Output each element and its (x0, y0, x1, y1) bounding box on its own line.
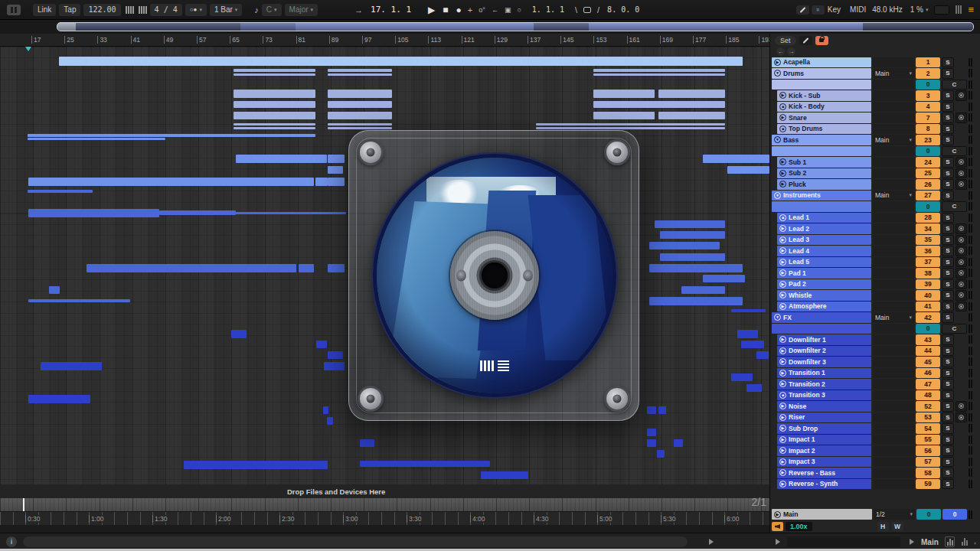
arrangement-clip[interactable] (674, 439, 683, 447)
next-arrow-button[interactable]: → (787, 47, 795, 56)
crossfade-button[interactable]: C (942, 324, 967, 334)
arrangement-clip[interactable] (647, 406, 656, 414)
track-number-box[interactable]: 59 (916, 479, 940, 490)
main-track-row[interactable]: ▶ Main 1/2▾ 0 0 (770, 508, 980, 520)
arrangement-clip[interactable] (741, 341, 764, 348)
main-play-icon[interactable] (910, 539, 914, 545)
arrangement-clip[interactable] (731, 309, 766, 312)
track-play-icon[interactable]: ▶ (779, 380, 786, 387)
track-play-icon[interactable]: ▶ (779, 403, 786, 409)
arrangement-clip[interactable] (41, 362, 102, 370)
solo-button[interactable]: S (942, 302, 954, 312)
arrangement-clip[interactable] (756, 351, 769, 359)
solo-button[interactable]: S (942, 135, 954, 145)
scale-note-icon[interactable]: ♪ (254, 5, 259, 15)
track-number-box[interactable]: 40 (916, 290, 940, 301)
track-play-icon[interactable]: ▶ (779, 236, 786, 243)
track-number-box[interactable]: 37 (916, 257, 940, 268)
width-button[interactable]: W (892, 522, 903, 531)
arrangement-clip[interactable] (593, 101, 725, 108)
track-play-icon[interactable]: ▶ (774, 59, 781, 66)
arrangement-clip[interactable] (660, 231, 725, 239)
track-play-icon[interactable]: ▶ (779, 269, 786, 276)
solo-button[interactable]: S (942, 479, 954, 490)
track-name-snare[interactable]: ▶Snare (777, 112, 871, 123)
prev-arrow-button[interactable]: ← (776, 47, 785, 56)
solo-button[interactable]: S (942, 102, 954, 112)
stop-button[interactable]: ■ (443, 5, 448, 15)
track-name-impact-1[interactable]: ▶Impact 1 (777, 435, 871, 445)
drop-zone[interactable]: Drop Files and Devices Here (0, 484, 769, 498)
eq-dropdown-icon[interactable]: ▾ (974, 540, 976, 546)
track-row[interactable]: ▾InstrumentsMain▾27S (770, 190, 980, 201)
arrangement-clip[interactable] (328, 155, 345, 163)
track-name-whistle[interactable]: ▶Whistle (777, 290, 871, 301)
track-name-transition-1[interactable]: ▶Transition 1 (777, 368, 871, 379)
solo-button[interactable]: S (942, 334, 954, 345)
new-button[interactable]: + (468, 5, 472, 15)
solo-button[interactable]: S (942, 157, 954, 168)
track-row[interactable]: ▶Sub Drop54S (770, 423, 980, 435)
track-name-reverse-bass[interactable]: ▶Reverse - Bass (777, 468, 871, 478)
track-play-icon[interactable]: ▶ (779, 92, 786, 99)
arrangement-clip[interactable] (593, 112, 655, 119)
track-name-kick-sub[interactable]: ▶Kick - Sub (777, 90, 871, 101)
arrangement-clip[interactable] (593, 73, 725, 76)
track-play-icon[interactable]: ▶ (779, 292, 786, 298)
nudge-down-icon[interactable] (126, 6, 134, 14)
arrangement-clip[interactable] (28, 178, 314, 186)
track-row[interactable]: ▶Impact 357S (770, 456, 980, 468)
beat-time-ruler[interactable]: 1725334149576573818997105113121129137145… (0, 34, 769, 47)
track-play-icon[interactable]: ▶ (779, 158, 786, 165)
track-name-top-drums[interactable]: ■Top Drums (777, 124, 871, 135)
track-name-lead-3[interactable]: ▶Lead 3 (777, 235, 871, 246)
solo-button[interactable]: S (942, 279, 954, 290)
group-mixer-row[interactable]: 0C (770, 201, 980, 213)
group-fold-icon[interactable]: ▾ (774, 192, 781, 199)
track-row[interactable]: ▶Impact 256S (770, 445, 980, 457)
main-pan-box[interactable]: 0 (916, 509, 941, 520)
arrangement-clip[interactable] (159, 210, 236, 215)
arrangement-clip[interactable] (59, 57, 743, 66)
arrangement-position-display[interactable]: 17. 1. 1 (366, 4, 416, 16)
arrangement-clip[interactable] (234, 123, 315, 126)
track-number-box[interactable]: 38 (916, 268, 940, 279)
arrangement-clip[interactable] (746, 384, 762, 392)
arrangement-clip[interactable] (328, 69, 392, 72)
arrangement-clip[interactable] (481, 471, 528, 479)
arrangement-clip[interactable] (28, 299, 130, 302)
track-play-icon[interactable]: ▶ (779, 303, 786, 310)
arrangement-clip[interactable] (28, 209, 159, 217)
track-row[interactable]: ▶Sub 124S (770, 157, 980, 168)
arrangement-clip[interactable] (660, 253, 725, 261)
loop-length-display[interactable]: 8. 0. 0 (603, 4, 644, 16)
track-name-sub-drop[interactable]: ▶Sub Drop (777, 423, 871, 434)
track-row[interactable]: ▶Noise52S (770, 401, 980, 412)
crossfade-button[interactable]: C (942, 201, 967, 212)
solo-button[interactable]: S (942, 412, 954, 423)
track-routing[interactable]: Main▾ (873, 312, 914, 323)
group-pan-box[interactable]: 0 (916, 324, 940, 334)
track-play-icon[interactable]: ▶ (779, 425, 786, 432)
track-number-box[interactable]: 2 (916, 68, 940, 79)
arrangement-clip[interactable] (328, 73, 392, 76)
arrangement-clip[interactable] (49, 286, 60, 294)
main-volume-box[interactable]: 0 (942, 509, 967, 520)
track-number-box[interactable]: 45 (916, 357, 940, 367)
track-number-box[interactable]: 41 (916, 302, 940, 312)
solo-button[interactable]: S (942, 235, 954, 246)
arrangement-clip[interactable] (328, 90, 392, 98)
freeze-icon[interactable] (956, 401, 967, 412)
freeze-icon[interactable] (956, 268, 967, 279)
track-name-pad-2[interactable]: ▶Pad 2 (777, 279, 871, 290)
track-number-box[interactable]: 58 (916, 468, 940, 478)
capture-midi-icon[interactable]: ○ (517, 6, 521, 14)
solo-button[interactable]: S (942, 257, 954, 268)
overdub-icon[interactable]: o° (479, 6, 485, 14)
arrangement-clip[interactable] (703, 155, 769, 163)
arrangement-overview[interactable] (0, 20, 980, 34)
track-play-icon[interactable]: ■ (779, 214, 786, 221)
solo-button[interactable]: S (942, 435, 954, 445)
arrangement-clip[interactable] (328, 127, 392, 129)
track-play-icon[interactable]: ■ (779, 126, 786, 132)
